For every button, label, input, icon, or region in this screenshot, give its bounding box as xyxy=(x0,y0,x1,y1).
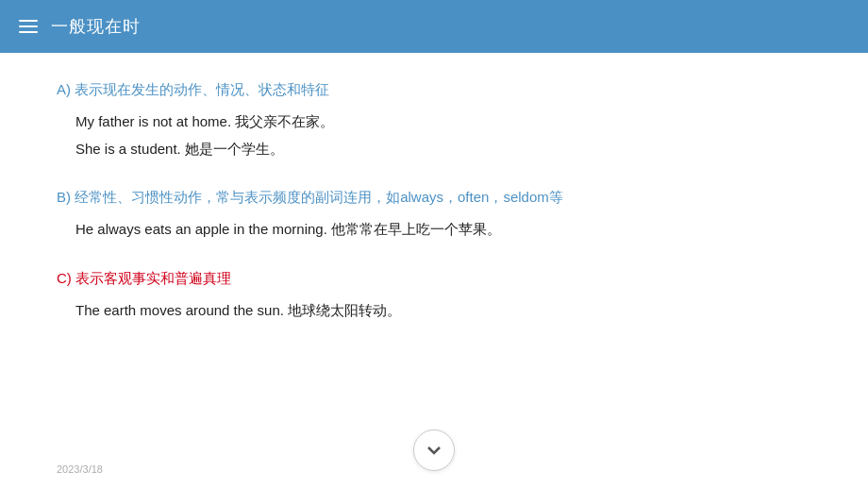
section-a-body: My father is not at home. 我父亲不在家。 She is… xyxy=(57,109,811,162)
main-content: A) 表示现在发生的动作、情况、状态和特征 My father is not a… xyxy=(0,53,868,488)
menu-icon[interactable] xyxy=(19,20,38,33)
section-b-body: He always eats an apple in the morning. … xyxy=(57,216,811,244)
next-button[interactable] xyxy=(413,429,455,471)
section-a-line-1: My father is not at home. 我父亲不在家。 xyxy=(75,109,811,136)
header: 一般现在时 xyxy=(0,0,868,53)
page-title: 一般现在时 xyxy=(51,15,141,38)
section-c-body: The earth moves around the sun. 地球绕太阳转动。 xyxy=(57,297,811,325)
section-a-heading: A) 表示现在发生的动作、情况、状态和特征 xyxy=(57,81,811,99)
section-a: A) 表示现在发生的动作、情况、状态和特征 My father is not a… xyxy=(57,81,811,162)
section-b-line-1: He always eats an apple in the morning. … xyxy=(75,216,811,244)
section-b: B) 经常性、习惯性动作，常与表示频度的副词连用，如always，often，s… xyxy=(57,189,811,244)
section-c-heading: C) 表示客观事实和普遍真理 xyxy=(57,270,811,288)
footer-date: 2023/3/18 xyxy=(57,463,103,475)
section-b-heading: B) 经常性、习惯性动作，常与表示频度的副词连用，如always，often，s… xyxy=(57,189,811,207)
chevron-down-icon xyxy=(426,442,442,459)
section-c-line-1: The earth moves around the sun. 地球绕太阳转动。 xyxy=(75,297,811,325)
section-a-line-2: She is a student. 她是一个学生。 xyxy=(75,136,811,163)
section-c: C) 表示客观事实和普遍真理 The earth moves around th… xyxy=(57,270,811,325)
